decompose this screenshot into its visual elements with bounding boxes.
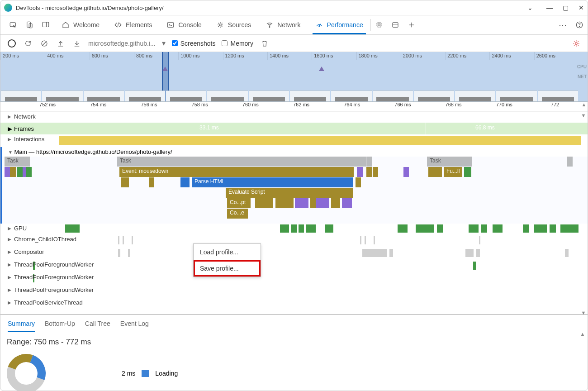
flame-time-ruler: 752 ms 754 ms 756 ms 758 ms 760 ms 762 m… bbox=[0, 102, 588, 112]
svg-rect-5 bbox=[168, 23, 174, 28]
svg-rect-10 bbox=[378, 24, 380, 26]
reload-icon[interactable] bbox=[23, 38, 33, 48]
btab-bottomup[interactable]: Bottom-Up bbox=[45, 315, 75, 332]
memory-chip-icon[interactable] bbox=[371, 17, 387, 33]
dock-side-icon[interactable] bbox=[38, 17, 54, 33]
btab-calltree[interactable]: Call Tree bbox=[85, 315, 110, 332]
recording-selector[interactable]: microsoftedge.github.i... bbox=[88, 40, 156, 47]
track-tpfw-2[interactable]: ▶ThreadPoolForegroundWorker bbox=[0, 272, 588, 285]
track-tpfw-3[interactable]: ▶ThreadPoolForegroundWorker bbox=[0, 285, 588, 298]
svg-point-6 bbox=[219, 24, 222, 26]
devtools-tabs: Welcome Elements Console Sources Network… bbox=[0, 15, 588, 35]
btab-eventlog[interactable]: Event Log bbox=[120, 315, 149, 332]
flame-task[interactable]: Task bbox=[117, 157, 366, 167]
interaction-bar[interactable] bbox=[59, 136, 581, 145]
summary-range: Range: 750 ms - 772 ms bbox=[7, 338, 581, 347]
chevron-down-icon[interactable]: ⌄ bbox=[527, 4, 533, 11]
more-options-icon[interactable]: ⋯ bbox=[555, 17, 571, 33]
marker-icon bbox=[319, 67, 324, 71]
svg-rect-3 bbox=[43, 22, 49, 27]
memory-checkbox[interactable]: Memory bbox=[222, 40, 253, 47]
tab-welcome-label: Welcome bbox=[73, 21, 100, 29]
maximize-button[interactable]: ▢ bbox=[563, 4, 569, 11]
legend-swatch-loading bbox=[142, 370, 149, 377]
tab-performance[interactable]: Performance bbox=[308, 15, 370, 34]
loading-ms: 2 ms bbox=[122, 370, 135, 377]
tab-performance-label: Performance bbox=[327, 21, 363, 29]
window-titlebar: DevTools - microsoftedge.github.io/Demos… bbox=[0, 0, 588, 15]
summary-donut-chart bbox=[7, 354, 46, 391]
settings-gear-icon[interactable] bbox=[571, 38, 581, 48]
device-emulation-icon[interactable] bbox=[21, 17, 38, 33]
tab-elements-label: Elements bbox=[126, 21, 152, 29]
memory-input[interactable] bbox=[222, 40, 228, 46]
svg-point-8 bbox=[318, 26, 319, 27]
screenshots-input[interactable] bbox=[172, 40, 178, 46]
flame-full[interactable]: Fu...ll bbox=[444, 167, 462, 177]
svg-point-7 bbox=[269, 27, 270, 28]
help-icon[interactable] bbox=[571, 17, 588, 33]
flame-task[interactable]: Task bbox=[5, 157, 30, 167]
track-tpservice[interactable]: ▶ThreadPoolServiceThread bbox=[0, 298, 588, 310]
tab-sources-label: Sources bbox=[228, 21, 251, 29]
menu-load-profile[interactable]: Load profile... bbox=[194, 244, 261, 260]
track-main-header[interactable]: ▼ Main — https://microsoftedge.github.io… bbox=[0, 147, 588, 157]
scroll-up-icon[interactable]: ▲ bbox=[579, 331, 586, 337]
track-network[interactable]: ▶Network bbox=[0, 112, 588, 123]
track-gpu[interactable]: ▶GPU bbox=[0, 224, 588, 234]
svg-rect-1 bbox=[27, 22, 31, 27]
scroll-up-icon[interactable]: ▲ bbox=[580, 102, 588, 111]
flame-task[interactable]: Task bbox=[427, 157, 472, 167]
track-child-io[interactable]: ▶Chrome_ChildIOThread bbox=[0, 234, 588, 247]
record-icon[interactable] bbox=[7, 38, 17, 48]
net-label: NET bbox=[577, 72, 587, 82]
inspect-element-icon[interactable] bbox=[5, 17, 21, 33]
window-title: DevTools - microsoftedge.github.io/Demos… bbox=[16, 5, 527, 11]
svg-point-14 bbox=[579, 26, 579, 27]
main-thread-flame[interactable]: Task Task Task Event: mousedown Fu...ll … bbox=[0, 157, 588, 224]
download-icon[interactable] bbox=[72, 38, 82, 48]
cpu-label: CPU bbox=[577, 62, 587, 72]
clear-icon[interactable] bbox=[39, 38, 49, 48]
flame-chart[interactable]: 752 ms 754 ms 756 ms 758 ms 760 ms 762 m… bbox=[0, 102, 588, 310]
btab-summary[interactable]: Summary bbox=[8, 315, 35, 332]
screenshot-filmstrip[interactable] bbox=[0, 91, 579, 101]
flame-coe[interactable]: Co...e bbox=[227, 209, 248, 219]
frame-duration: 33.1 ms bbox=[199, 124, 219, 131]
overview-timeline[interactable]: 200 ms 400 ms 600 ms 800 ms 1000 ms 1200… bbox=[0, 52, 588, 102]
tab-network[interactable]: Network bbox=[258, 15, 308, 34]
flame-parse-html[interactable]: Parse HTML bbox=[192, 177, 353, 187]
panel-layout-icon[interactable] bbox=[387, 17, 403, 33]
add-tab-icon[interactable] bbox=[403, 17, 420, 33]
menu-save-profile[interactable]: Save profile... bbox=[194, 260, 261, 277]
screenshots-checkbox[interactable]: Screenshots bbox=[172, 40, 216, 47]
tab-welcome[interactable]: Welcome bbox=[54, 15, 107, 34]
summary-tabs: Summary Bottom-Up Call Tree Event Log bbox=[0, 314, 588, 332]
tab-console[interactable]: Console bbox=[159, 15, 209, 34]
track-frames[interactable]: ▶Frames 33.1 ms 66.8 ms bbox=[0, 123, 588, 134]
performance-toolbar: microsoftedge.github.i... ▾ Screenshots … bbox=[0, 35, 588, 52]
tab-console-label: Console bbox=[178, 21, 201, 29]
upload-icon[interactable] bbox=[56, 38, 66, 48]
minimize-button[interactable]: — bbox=[546, 4, 553, 11]
scroll-down-icon[interactable]: ▼ bbox=[580, 310, 587, 315]
garbage-collect-icon[interactable] bbox=[260, 38, 270, 48]
svg-rect-0 bbox=[10, 23, 15, 27]
edge-devtools-icon bbox=[4, 4, 12, 12]
loading-label: Loading bbox=[155, 370, 178, 377]
close-button[interactable]: ✕ bbox=[579, 4, 584, 11]
track-compositor[interactable]: ▶Compositor bbox=[0, 247, 588, 260]
tab-network-label: Network bbox=[277, 21, 300, 29]
flame-event-mousedown[interactable]: Event: mousedown bbox=[119, 167, 354, 177]
track-interactions[interactable]: ▶Interactions bbox=[0, 134, 588, 147]
tab-elements[interactable]: Elements bbox=[107, 15, 159, 34]
svg-rect-9 bbox=[377, 23, 381, 27]
dropdown-caret-icon[interactable]: ▾ bbox=[162, 39, 166, 48]
svg-rect-11 bbox=[393, 23, 398, 28]
track-tpfw-1[interactable]: ▶ThreadPoolForegroundWorker bbox=[0, 260, 588, 272]
flame-copt[interactable]: Co...pt bbox=[227, 198, 251, 208]
summary-panel: ▲ Range: 750 ms - 772 ms 2 ms Loading ▼ bbox=[0, 332, 588, 391]
flame-evaluate-script[interactable]: Evaluate Script bbox=[226, 188, 353, 198]
marker-icon bbox=[162, 67, 168, 71]
tab-sources[interactable]: Sources bbox=[209, 15, 258, 34]
